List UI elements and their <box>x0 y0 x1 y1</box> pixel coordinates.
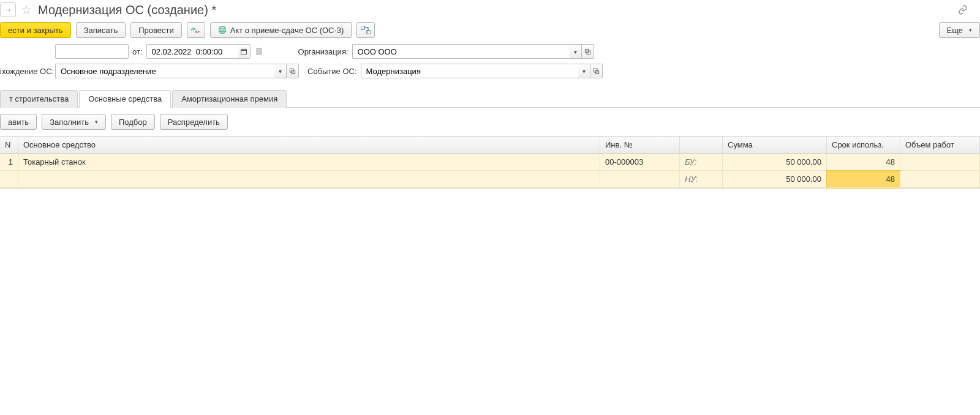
svg-rect-11 <box>257 48 262 54</box>
cell-sum-bu[interactable]: 50 000,00 <box>723 154 827 171</box>
calendar-icon <box>240 48 247 55</box>
arrow-right-icon: → <box>4 5 12 15</box>
location-select[interactable]: ▾ <box>55 64 299 78</box>
col-inv[interactable]: Инв. № <box>600 136 680 154</box>
svg-text:Кт: Кт <box>195 29 200 34</box>
page-title: Модернизация ОС (создание) * <box>38 3 216 17</box>
dropdown-button[interactable]: ▾ <box>578 64 590 78</box>
cell-term-bu[interactable]: 48 <box>827 154 900 171</box>
cell-term-nu[interactable]: 48 <box>827 171 900 188</box>
post-and-close-button[interactable]: ести и закрыть <box>0 22 71 38</box>
col-work[interactable]: Объем работ <box>900 136 980 154</box>
svg-rect-5 <box>361 26 364 29</box>
date-input[interactable] <box>146 44 251 59</box>
distribute-button[interactable]: Распределить <box>160 114 228 130</box>
assets-table: N Основное средство Инв. № Сумма Срок ис… <box>0 136 980 189</box>
button-label: Провести <box>138 26 174 35</box>
cell-n[interactable]: 1 <box>0 154 18 171</box>
button-label: ести и закрыть <box>8 26 63 35</box>
chevron-down-icon: ▾ <box>574 48 577 55</box>
cell-nu-label: НУ: <box>680 171 723 188</box>
write-button[interactable]: Записать <box>76 22 126 38</box>
cell-work-bu[interactable] <box>900 154 980 171</box>
act-os3-button[interactable]: Акт о приеме-сдаче ОС (ОС-3) <box>210 22 352 38</box>
favorite-star-icon[interactable]: ☆ <box>21 2 32 17</box>
cell-n-empty <box>0 171 18 188</box>
button-label: Еще <box>947 26 963 35</box>
dt-kt-icon: Дт Кт <box>191 26 201 34</box>
fill-button[interactable]: Заполнить ▾ <box>42 114 106 130</box>
tab-depreciation-bonus[interactable]: Амортизационная премия <box>172 90 287 108</box>
organization-label: Организация: <box>298 47 349 56</box>
dropdown-button[interactable]: ▾ <box>570 44 582 59</box>
post-button[interactable]: Провести <box>130 22 182 38</box>
tab-assets[interactable]: Основные средства <box>79 90 171 108</box>
organization-select[interactable]: ▾ <box>352 44 594 59</box>
cell-bu-label: БУ: <box>680 154 723 171</box>
add-button[interactable]: авить <box>0 114 37 130</box>
table-row[interactable]: НУ: 50 000,00 48 <box>0 171 980 188</box>
cell-work-nu[interactable] <box>900 171 980 188</box>
linked-docs-icon <box>361 26 371 34</box>
print-icon <box>218 26 227 34</box>
cell-asset[interactable]: Токарный станок <box>18 154 600 171</box>
nav-forward-button[interactable]: → <box>0 2 16 17</box>
create-based-on-button[interactable] <box>356 22 375 38</box>
open-icon <box>593 68 600 75</box>
table-row[interactable]: 1 Токарный станок 00-000003 БУ: 50 000,0… <box>0 154 980 171</box>
svg-rect-6 <box>367 31 371 34</box>
calendar-button[interactable] <box>238 44 251 59</box>
button-label: Акт о приеме-сдаче ОС (ОС-3) <box>230 26 344 35</box>
open-icon <box>584 48 591 55</box>
col-asset[interactable]: Основное средство <box>18 136 600 154</box>
location-label: іхождение ОС: <box>0 67 51 76</box>
event-select[interactable]: ▾ <box>361 64 603 78</box>
col-n[interactable]: N <box>0 136 18 154</box>
button-label: Записать <box>84 26 118 35</box>
dropdown-button[interactable]: ▾ <box>274 64 287 78</box>
cell-sum-nu[interactable]: 50 000,00 <box>723 171 827 188</box>
cell-inv[interactable]: 00-000003 <box>600 154 680 171</box>
chevron-down-icon: ▾ <box>279 68 282 75</box>
link-icon[interactable] <box>958 5 975 15</box>
more-button[interactable]: Еще ▾ <box>939 22 980 38</box>
open-button[interactable] <box>287 64 299 78</box>
chevron-down-icon: ▾ <box>969 27 972 33</box>
number-input[interactable] <box>55 44 129 59</box>
col-sum[interactable]: Сумма <box>723 136 827 154</box>
chevron-down-icon: ▾ <box>95 119 98 125</box>
svg-rect-7 <box>241 50 247 54</box>
cell-inv-empty <box>600 171 680 188</box>
open-button[interactable] <box>590 64 603 78</box>
dt-kt-button[interactable]: Дт Кт <box>187 22 205 38</box>
tab-construction[interactable]: т строительства <box>0 90 78 108</box>
col-type[interactable] <box>680 136 723 154</box>
open-icon <box>289 68 296 75</box>
doc-status-icon <box>254 48 264 55</box>
col-term[interactable]: Срок использ. <box>827 136 900 154</box>
event-label: Событие ОС: <box>307 67 357 76</box>
open-button[interactable] <box>582 44 594 59</box>
date-label: от: <box>132 47 143 56</box>
cell-asset-empty <box>18 171 600 188</box>
pick-button[interactable]: Подбор <box>111 114 155 130</box>
chevron-down-icon: ▾ <box>582 68 586 75</box>
